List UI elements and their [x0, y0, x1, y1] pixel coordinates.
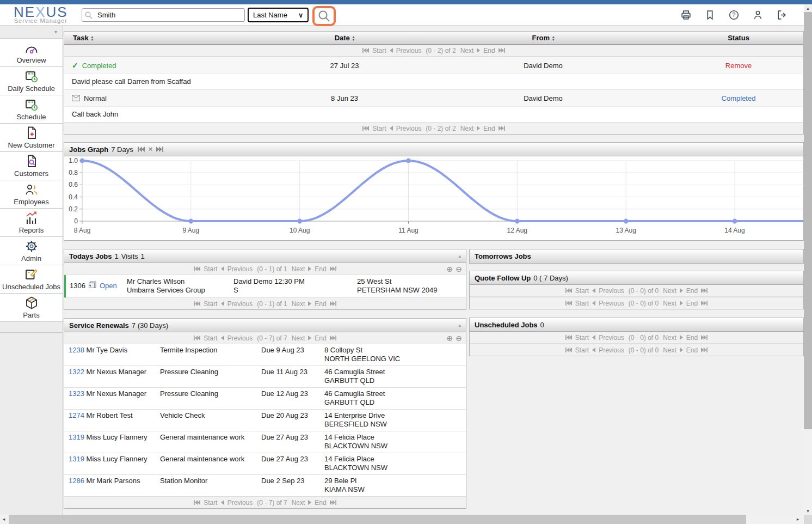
column-header-from[interactable]: From▴▾ [413, 34, 674, 42]
pagination-first-icon[interactable] [565, 335, 572, 340]
pagination-next-icon[interactable] [680, 301, 683, 306]
open-visit-link[interactable]: Open [100, 282, 117, 290]
pagination-next-icon[interactable] [680, 288, 683, 293]
collapse-panel-icon[interactable]: ▴ [458, 322, 461, 328]
horizontal-scrollbar[interactable]: ◂ ▸ [0, 515, 804, 524]
pagination-previous-icon[interactable] [390, 48, 393, 53]
pagination-first-icon[interactable] [565, 348, 572, 352]
pagination-end[interactable]: End [315, 300, 326, 308]
search-input[interactable] [96, 9, 242, 21]
sidebar-item-reports[interactable]: Reports [0, 209, 63, 237]
pagination-previous-icon[interactable] [390, 126, 393, 131]
pagination-previous-icon[interactable] [592, 301, 595, 306]
nexus-logo[interactable]: NEXUS Service Manager [14, 5, 68, 24]
renewal-row[interactable]: 1322 Mr Nexus Manager Pressure Cleaning … [64, 365, 466, 387]
profile-icon[interactable] [752, 9, 764, 21]
pagination-start[interactable]: Start [372, 125, 386, 132]
pagination-previous-icon[interactable] [592, 348, 595, 352]
pagination-last-icon[interactable] [330, 500, 336, 505]
pagination-next[interactable]: Next [292, 499, 305, 507]
task-status-action[interactable]: Remove [674, 62, 803, 70]
pagination-end[interactable]: End [315, 265, 326, 273]
pagination-next-icon[interactable] [308, 336, 311, 340]
pagination-next[interactable]: Next [292, 300, 305, 308]
pagination-next[interactable]: Next [460, 47, 474, 54]
renewal-id-link[interactable]: 1274 [69, 411, 84, 419]
pagination-next-icon[interactable] [477, 48, 480, 53]
scroll-down-arrow[interactable]: ▾ [804, 507, 812, 515]
pagination-previous-icon[interactable] [221, 301, 224, 306]
pagination-last-icon[interactable] [701, 301, 708, 306]
expand-icon[interactable]: ⊕ [447, 334, 453, 342]
pagination-last-icon[interactable] [701, 335, 708, 340]
visit-row[interactable]: 1306Open Mr Charles WilsonUmbarra Servic… [64, 275, 466, 297]
horizontal-scroll-thumb[interactable] [9, 515, 746, 524]
bookmark-icon[interactable] [704, 9, 716, 21]
pagination-previous[interactable]: Previous [227, 334, 253, 342]
expand-icon[interactable]: ⊕ [447, 265, 453, 273]
pagination-next[interactable]: Next [663, 346, 676, 354]
pagination-first-icon[interactable] [194, 500, 200, 505]
pagination-previous[interactable]: Previous [227, 300, 253, 308]
pagination-previous[interactable]: Previous [227, 499, 253, 507]
pagination-next-icon[interactable] [308, 301, 311, 306]
pagination-previous[interactable]: Previous [599, 300, 624, 307]
sidebar-item-new-customer[interactable]: New Customer [0, 124, 63, 152]
open-visit-icon[interactable] [88, 281, 97, 291]
sidebar-item-employees[interactable]: Employees [0, 180, 63, 209]
pagination-last-icon[interactable] [499, 126, 505, 131]
sidebar-item-customers[interactable]: Customers [0, 152, 63, 180]
pagination-next[interactable]: Next [292, 334, 305, 342]
pagination-end[interactable]: End [686, 334, 698, 342]
pagination-last-icon[interactable] [330, 266, 336, 271]
vertical-scrollbar[interactable]: ▴ ▾ [804, 4, 812, 515]
pagination-end[interactable]: End [315, 334, 326, 342]
pagination-previous[interactable]: Previous [599, 346, 624, 354]
pagination-start[interactable]: Start [575, 346, 589, 354]
sidebar-item-overview[interactable]: Overview [0, 39, 63, 67]
pagination-start[interactable]: Start [575, 334, 589, 342]
minimize-icon[interactable]: ⊖ [456, 265, 462, 273]
scroll-right-arrow[interactable]: ▸ [794, 515, 802, 524]
scroll-left-arrow[interactable]: ◂ [0, 515, 8, 524]
renewal-row[interactable]: 1319 Miss Lucy Flannery General maintena… [64, 453, 466, 474]
graph-skip-forward-icon[interactable] [156, 147, 163, 152]
pagination-last-icon[interactable] [330, 336, 336, 340]
pagination-next-icon[interactable] [680, 335, 683, 340]
renewal-id-link[interactable]: 1319 [69, 433, 84, 441]
pagination-last-icon[interactable] [701, 348, 708, 352]
pagination-first-icon[interactable] [362, 48, 369, 53]
pagination-next[interactable]: Next [663, 334, 676, 342]
renewal-id-link[interactable]: 1323 [69, 389, 84, 398]
pagination-last-icon[interactable] [701, 288, 708, 293]
pagination-next-icon[interactable] [308, 266, 311, 271]
pagination-start[interactable]: Start [204, 334, 217, 342]
column-header-task[interactable]: Task▴▾ [64, 34, 276, 42]
renewal-id-link[interactable]: 1319 [69, 455, 84, 463]
sidebar-item-admin[interactable]: Admin [0, 237, 63, 265]
search-button[interactable] [312, 6, 336, 26]
graph-skip-back-icon[interactable] [138, 147, 145, 152]
renewal-row[interactable]: 1274 Mr Robert Test Vehicle Check Due 20… [64, 409, 466, 431]
pagination-next[interactable]: Next [663, 300, 676, 307]
sidebar-item-parts[interactable]: Parts [0, 294, 63, 322]
pagination-start[interactable]: Start [204, 300, 217, 308]
pagination-previous[interactable]: Previous [599, 334, 624, 342]
pagination-previous[interactable]: Previous [396, 125, 422, 132]
minimize-icon[interactable]: ⊖ [456, 334, 462, 342]
pagination-previous-icon[interactable] [221, 500, 224, 505]
renewal-row[interactable]: 1319 Miss Lucy Flannery General maintena… [64, 431, 466, 453]
pagination-first-icon[interactable] [194, 336, 200, 340]
pagination-previous-icon[interactable] [221, 266, 224, 271]
pagination-previous[interactable]: Previous [396, 47, 422, 54]
pagination-previous-icon[interactable] [592, 288, 595, 293]
renewal-id-link[interactable]: 1286 [69, 477, 84, 485]
collapse-panel-icon[interactable]: ▴ [458, 253, 461, 259]
print-icon[interactable] [680, 9, 692, 21]
pagination-start[interactable]: Start [204, 265, 217, 273]
pagination-next[interactable]: Next [460, 125, 474, 132]
pagination-next[interactable]: Next [292, 265, 305, 273]
renewal-row[interactable]: 1238 Mr Tye Davis Termite Inspection Due… [64, 344, 466, 365]
task-status-action[interactable]: Completed [674, 94, 803, 102]
pagination-next-icon[interactable] [680, 348, 683, 352]
